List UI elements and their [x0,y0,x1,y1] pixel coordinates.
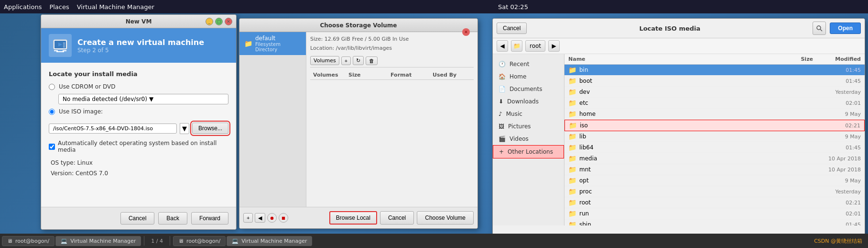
volumes-tab[interactable]: Volumes [310,56,339,65]
table-row[interactable]: 📁iso 02:21 [564,120,865,131]
table-row[interactable]: 📁mnt 10 Apr 2018 [564,164,865,175]
taskbar-sep-2 [170,236,170,246]
sidebar-pictures[interactable]: 🖼 Pictures [493,120,564,133]
videos-icon: 🎬 [499,135,506,142]
file-modified: 01:45 [813,222,861,226]
terminal-icon-1: 🖥 [7,238,12,244]
locate-search-btn[interactable] [813,22,826,35]
browse-local-button[interactable]: Browse Local [329,211,377,225]
taskbar-terminal-2[interactable]: 🖥 root@bogon/ [173,236,226,246]
downloads-icon: ⬇ [499,98,503,105]
new-vm-close-btn[interactable]: ✕ [225,18,232,25]
taskbar-terminal-1[interactable]: 🖥 root@bogon/ [2,236,54,246]
sidebar-videos[interactable]: 🎬 Videos [493,133,564,145]
folder-icon: 📁 [568,188,576,195]
sidebar-music[interactable]: ♪ Music [493,108,564,120]
table-row[interactable]: 📁root 02:21 [564,197,865,208]
delete-volume-btn[interactable]: 🗑 [366,56,378,65]
locate-file-list: Name Size Modified 📁bin 01:45 📁boot 01:4… [564,54,865,225]
table-row[interactable]: 📁bin 01:45 [564,65,865,76]
forward-button[interactable]: Forward [191,212,228,225]
storage-record-btn[interactable]: ⏺ [267,213,277,223]
file-name: dev [579,89,590,95]
choose-volume-btn[interactable]: Choose Volume [417,211,474,225]
file-modified: 10 Apr 2018 [813,156,861,162]
iso-path-dropdown[interactable]: ▼ [180,123,189,134]
sidebar-recent[interactable]: 🕐 Recent [493,58,564,70]
table-row[interactable]: 📁opt 9 May [564,175,865,186]
table-row[interactable]: 📁dev Yesterday [564,87,865,98]
new-vm-window: New VM _ □ ✕ [41,14,237,230]
nav-root-btn[interactable]: root [525,40,545,52]
new-vm-maximize-btn[interactable]: □ [215,18,223,25]
auto-detect-checkbox[interactable] [49,144,55,150]
sidebar-downloads[interactable]: ⬇ Downloads [493,95,564,108]
table-row[interactable]: 📁boot 01:45 [564,76,865,87]
storage-add-btn[interactable]: + [243,213,253,223]
cdrom-select[interactable]: No media detected (/dev/sr0) ▼ [58,94,228,104]
folder-icon: 📁 [568,88,576,96]
file-name: lib64 [579,144,594,151]
storage-cancel-btn[interactable]: Cancel [380,211,414,225]
storage-default-item[interactable]: 📁 default Filesystem Directory [239,32,306,55]
storage-stop-btn[interactable]: ⏹ [279,213,288,223]
iso-path-input[interactable]: /iso/CentOS-7.5-x86_64-DVD-1804.iso [49,124,177,134]
auto-detect-label: Automatically detect operating system ba… [58,140,228,153]
col-usedby-header: Used By [433,72,471,78]
documents-icon: 📄 [499,86,506,92]
table-row[interactable]: 📁etc 02:01 [564,98,865,109]
svg-rect-7 [63,45,65,45]
no-media-label: No media detected (/dev/sr0) [63,96,147,102]
table-row[interactable]: 📁lib 9 May [564,131,865,142]
col-name-header: Name [568,56,775,62]
pictures-icon: 🖼 [499,123,504,130]
browse-button[interactable]: Browse... [192,123,228,134]
sidebar-other-locations[interactable]: + Other Locations [493,145,564,158]
new-vm-titlebar: New VM _ □ ✕ [41,15,236,28]
cancel-button[interactable]: Cancel [120,212,154,225]
taskbar-terminal-2-label: root@bogon/ [186,238,220,244]
storage-size-label: Size: [310,36,323,42]
file-name: iso [580,122,588,129]
nav-back-btn[interactable]: ◀ [497,40,508,52]
storage-prev-btn[interactable]: ◀ [255,213,265,223]
storage-location-label: Location: [310,45,334,51]
vm-icon-1: 💻 [61,238,67,244]
topbar-places-bg[interactable]: Places [49,3,69,11]
iso-radio[interactable] [49,109,55,115]
nav-folder-btn[interactable]: 📁 [511,40,522,52]
locate-sidebar: 🕐 Recent 🏠 Home 📄 Documents ⬇ Downloads … [493,54,564,225]
file-modified: Yesterday [813,89,861,95]
table-row[interactable]: 📁sbin 01:45 [564,219,865,225]
os-type-value: Linux [77,159,93,166]
locate-open-btn[interactable]: Open [830,23,861,34]
taskbar-vm-1-label: Virtual Machine Manager [70,238,136,244]
monitor-icon [53,38,68,53]
sidebar-documents[interactable]: 📄 Documents [493,83,564,95]
table-row[interactable]: 📁home 9 May [564,109,865,120]
cdrom-radio[interactable] [49,84,55,90]
other-locations-label: Other Locations [508,148,553,155]
locate-cancel-btn[interactable]: Cancel [497,23,527,34]
table-row[interactable]: 📁media 10 Apr 2018 [564,153,865,164]
nav-forward-btn[interactable]: ▶ [548,40,560,52]
taskbar-vm-2[interactable]: 💻 Virtual Machine Manager [227,236,312,246]
refresh-volume-btn[interactable]: ↻ [353,56,364,65]
table-row[interactable]: 📁run 02:01 [564,208,865,219]
storage-fs-label: Filesystem Directory [255,42,301,52]
table-row[interactable]: 📁lib64 01:45 [564,142,865,153]
topbar-vm-bg[interactable]: Virtual Machine Manager [77,3,154,11]
new-vm-minimize-btn[interactable]: _ [206,18,213,25]
new-vm-radio-cdrom: Use CDROM or DVD [49,83,228,90]
topbar-applications-bg[interactable]: Applications [4,3,42,11]
add-volume-btn[interactable]: + [341,56,351,65]
pictures-label: Pictures [508,123,531,130]
table-row[interactable]: 📁proc Yesterday [564,186,865,197]
vm-icon-2: 💻 [232,238,239,244]
sidebar-home[interactable]: 🏠 Home [493,70,564,83]
file-modified: 9 May [813,178,861,184]
taskbar-vm-1[interactable]: 💻 Virtual Machine Manager [55,236,141,246]
back-button[interactable]: Back [158,212,187,225]
folder-icon: 📁 [568,99,576,107]
storage-close-btn[interactable]: ✕ [462,28,470,36]
